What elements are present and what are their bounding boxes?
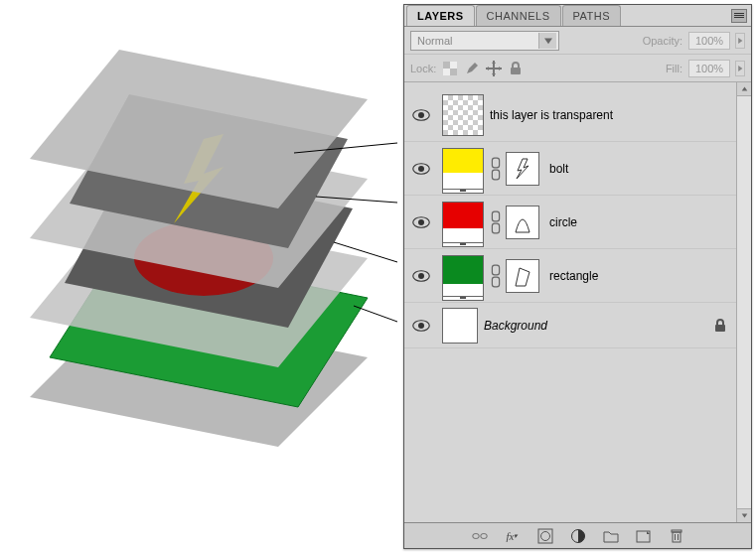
visibility-toggle[interactable] [410, 265, 432, 287]
layer-row[interactable]: circle [404, 196, 736, 249]
layer-mask-thumbnail[interactable] [506, 152, 539, 186]
svg-rect-19 [443, 69, 450, 75]
layer-row[interactable]: bolt [404, 142, 736, 196]
svg-rect-39 [492, 265, 499, 275]
layer-thumbnail[interactable] [442, 148, 484, 190]
scroll-up-icon[interactable] [737, 82, 751, 96]
trash-icon[interactable] [667, 527, 686, 545]
svg-marker-25 [738, 66, 742, 71]
layer-name[interactable]: bolt [549, 162, 730, 176]
chevron-down-icon [538, 33, 556, 49]
layer-stack-illustration [0, 0, 397, 516]
svg-rect-31 [492, 170, 499, 180]
fill-label: Fill: [666, 63, 682, 74]
visibility-toggle[interactable] [410, 315, 432, 337]
tab-layers[interactable]: LAYERS [406, 5, 475, 26]
lock-transparency-icon[interactable] [442, 61, 458, 76]
svg-marker-4 [65, 164, 353, 328]
link-layers-icon[interactable] [470, 527, 490, 545]
visibility-toggle[interactable] [410, 158, 432, 180]
svg-rect-36 [492, 223, 499, 233]
new-layer-icon[interactable] [634, 527, 654, 545]
opacity-stepper[interactable] [735, 33, 745, 49]
panel-menu-icon[interactable] [731, 9, 747, 23]
visibility-toggle[interactable] [410, 211, 432, 233]
chain-icon [490, 154, 502, 184]
svg-marker-23 [499, 67, 502, 70]
svg-line-12 [334, 242, 397, 262]
svg-marker-15 [738, 38, 742, 44]
opacity-input[interactable]: 100% [688, 32, 730, 50]
new-group-icon[interactable] [601, 527, 621, 545]
layer-thumbnail[interactable] [442, 202, 484, 243]
svg-rect-35 [492, 211, 499, 221]
blend-mode-select[interactable]: Normal [410, 31, 559, 51]
layer-thumbnail[interactable] [442, 308, 478, 344]
blend-mode-value: Normal [417, 35, 452, 47]
adjustment-layer-icon[interactable] [568, 527, 588, 545]
svg-line-10 [294, 143, 397, 153]
visibility-toggle[interactable] [410, 104, 432, 126]
layer-name[interactable]: this layer is transparent [490, 108, 730, 122]
opacity-label: Opacity: [643, 35, 682, 47]
panel-tabs: LAYERS CHANNELS PATHS [404, 5, 751, 27]
scroll-down-icon[interactable] [737, 508, 751, 522]
layer-name[interactable]: Background [484, 319, 712, 333]
lock-all-icon[interactable] [508, 61, 524, 76]
lock-position-icon[interactable] [486, 61, 502, 76]
svg-marker-22 [486, 67, 489, 70]
svg-marker-44 [741, 86, 747, 90]
layer-row[interactable]: Background [404, 303, 736, 348]
layer-name[interactable]: rectangle [549, 269, 730, 283]
svg-marker-45 [741, 513, 747, 517]
svg-rect-17 [450, 69, 457, 75]
svg-point-5 [134, 220, 273, 296]
svg-marker-7 [70, 94, 348, 248]
layer-list: this layer is transparent bolt circle [404, 82, 751, 522]
svg-line-13 [354, 306, 397, 322]
lock-pixels-icon[interactable] [464, 61, 480, 76]
fx-icon[interactable]: fx▾ [503, 527, 523, 545]
svg-rect-47 [480, 533, 486, 538]
svg-point-27 [418, 112, 424, 118]
svg-marker-14 [544, 38, 552, 44]
svg-marker-32 [517, 159, 529, 179]
layer-row[interactable]: rectangle [404, 249, 736, 303]
layer-items: this layer is transparent bolt circle [404, 82, 736, 522]
chain-icon [490, 207, 502, 237]
layer-thumbnail[interactable] [442, 94, 484, 136]
fill-input[interactable]: 100% [688, 60, 730, 77]
add-mask-icon[interactable] [535, 527, 555, 545]
tab-paths[interactable]: PATHS [562, 5, 622, 26]
lock-label: Lock: [410, 63, 436, 74]
svg-rect-43 [715, 325, 725, 332]
layer-thumbnail[interactable] [442, 255, 484, 297]
svg-marker-21 [492, 73, 496, 76]
svg-marker-1 [50, 248, 368, 407]
svg-rect-53 [672, 530, 681, 532]
layer-row[interactable]: this layer is transparent [404, 88, 736, 142]
svg-rect-24 [511, 68, 521, 74]
fill-stepper[interactable] [735, 61, 745, 76]
svg-line-11 [316, 197, 397, 203]
svg-rect-52 [673, 532, 680, 542]
scrollbar[interactable] [736, 82, 751, 522]
svg-rect-46 [472, 533, 478, 538]
svg-marker-6 [30, 129, 368, 288]
lock-icons [442, 61, 524, 76]
svg-point-38 [418, 273, 424, 279]
svg-rect-18 [450, 62, 457, 69]
svg-rect-30 [492, 158, 499, 168]
layers-panel: LAYERS CHANNELS PATHS Normal Opacity: 10… [403, 4, 752, 549]
layer-name[interactable]: circle [549, 215, 730, 229]
blend-row: Normal Opacity: 100% [404, 27, 751, 55]
svg-point-42 [418, 323, 424, 329]
tab-channels[interactable]: CHANNELS [476, 5, 561, 26]
layer-mask-thumbnail[interactable] [506, 259, 539, 293]
svg-point-49 [540, 531, 549, 540]
svg-marker-8 [174, 134, 224, 223]
svg-marker-20 [492, 61, 496, 64]
svg-point-29 [418, 166, 424, 172]
svg-marker-3 [30, 208, 368, 367]
layer-mask-thumbnail[interactable] [506, 206, 539, 239]
